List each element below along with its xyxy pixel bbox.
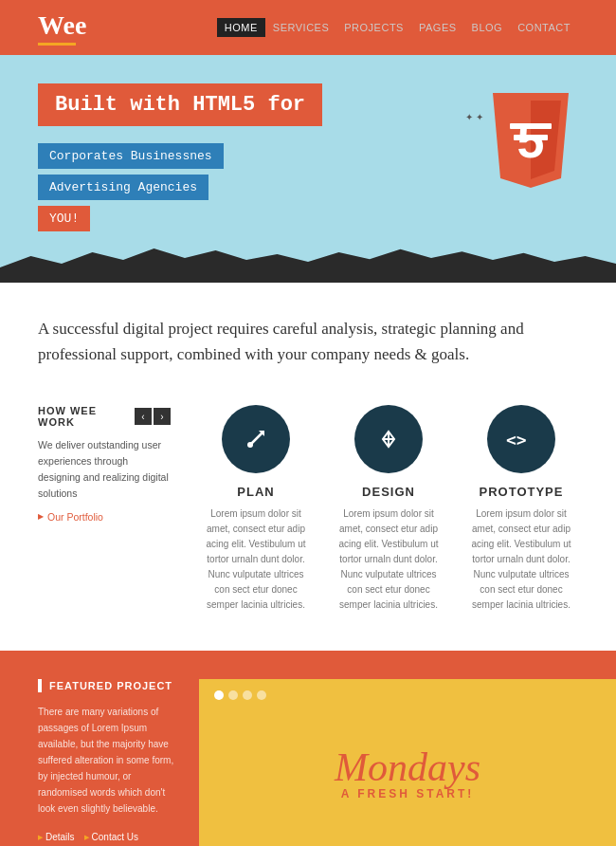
logo: Wee bbox=[38, 10, 86, 46]
html5-shield-icon: 5 bbox=[483, 93, 578, 197]
hero-tag-agencies[interactable]: Advertising Agencies bbox=[38, 175, 208, 200]
design-card-title: DESIGN bbox=[332, 485, 445, 499]
dot-3[interactable] bbox=[243, 690, 252, 700]
prototype-card-text: Lorem ipsum dolor sit amet, consect etur… bbox=[464, 506, 578, 613]
project-subtitle: A FRESH START! bbox=[341, 787, 475, 800]
hero-ground bbox=[0, 245, 616, 283]
how-title-label: HOW WEE WORK bbox=[38, 405, 129, 428]
nav-home[interactable]: HOME bbox=[217, 18, 265, 37]
hero-section: Built with HTML5 for Corporates Business… bbox=[0, 55, 616, 283]
nav-blog[interactable]: BLOG bbox=[464, 18, 511, 37]
plan-card-text: Lorem ipsum dolor sit amet, consect etur… bbox=[199, 506, 313, 613]
header: Wee HOME SERVICES PROJECTS PAGES BLOG CO… bbox=[0, 0, 616, 55]
how-left-panel: HOW WEE WORK ‹ › We deliver outstanding … bbox=[38, 405, 171, 613]
hero-title: Built with HTML5 for bbox=[38, 83, 322, 126]
featured-contact-link[interactable]: Contact Us bbox=[84, 832, 138, 842]
featured-left-panel: FEATURED PROJECT There are many variatio… bbox=[0, 679, 199, 846]
prev-arrow-button[interactable]: ‹ bbox=[135, 408, 152, 425]
dot-1[interactable] bbox=[214, 690, 224, 700]
nav-contact[interactable]: CONTACT bbox=[510, 18, 578, 37]
hero-tags: Corporates Businessnes Advertising Agenc… bbox=[38, 143, 483, 231]
hero-left: Built with HTML5 for Corporates Business… bbox=[38, 83, 483, 231]
dot-2[interactable] bbox=[228, 690, 238, 700]
svg-text:<>: <> bbox=[506, 430, 527, 450]
plan-card-title: PLAN bbox=[199, 485, 313, 499]
how-arrows: ‹ › bbox=[135, 408, 171, 425]
next-arrow-button[interactable]: › bbox=[154, 408, 171, 425]
how-cards: PLAN Lorem ipsum dolor sit amet, consect… bbox=[199, 405, 578, 613]
hero-tag-you[interactable]: YOU! bbox=[38, 206, 90, 231]
design-card: DESIGN Lorem ipsum dolor sit amet, conse… bbox=[332, 405, 445, 613]
plan-card: PLAN Lorem ipsum dolor sit amet, consect… bbox=[199, 405, 313, 613]
svg-rect-4 bbox=[514, 135, 548, 140]
portfolio-link[interactable]: Our Portfolio bbox=[38, 511, 171, 523]
how-section: HOW WEE WORK ‹ › We deliver outstanding … bbox=[0, 395, 616, 651]
nav-projects[interactable]: PROJECTS bbox=[336, 18, 411, 37]
plan-icon bbox=[222, 405, 290, 473]
how-description: We deliver outstanding user experiences … bbox=[38, 437, 171, 501]
birds-decoration: ✦ ✦ bbox=[465, 112, 483, 122]
project-name: Mondays bbox=[335, 747, 480, 787]
hero-tag-corporates[interactable]: Corporates Businessnes bbox=[38, 143, 224, 169]
nav-pages[interactable]: PAGES bbox=[411, 18, 464, 37]
design-icon bbox=[354, 405, 423, 473]
tagline-text: A successful digital project requires ca… bbox=[38, 316, 531, 367]
featured-section: FEATURED PROJECT There are many variatio… bbox=[0, 651, 616, 846]
prototype-card: <> PROTOTYPE Lorem ipsum dolor sit amet,… bbox=[464, 405, 578, 613]
carousel-dots bbox=[214, 690, 266, 700]
design-card-text: Lorem ipsum dolor sit amet, consect etur… bbox=[332, 506, 445, 613]
dot-4[interactable] bbox=[257, 690, 266, 700]
prototype-card-title: PROTOTYPE bbox=[464, 485, 578, 499]
featured-links: Details Contact Us bbox=[38, 832, 180, 842]
featured-details-link[interactable]: Details bbox=[38, 832, 75, 842]
featured-project-display: Mondays A FRESH START! bbox=[199, 679, 616, 846]
nav-services[interactable]: SERVICES bbox=[265, 18, 336, 37]
svg-point-6 bbox=[247, 442, 253, 448]
featured-description: There are many variations of passages of… bbox=[38, 704, 180, 817]
how-title-row: HOW WEE WORK ‹ › bbox=[38, 405, 171, 428]
tagline-section: A successful digital project requires ca… bbox=[0, 283, 616, 395]
featured-label: FEATURED PROJECT bbox=[38, 679, 180, 692]
prototype-icon: <> bbox=[487, 405, 555, 473]
svg-rect-3 bbox=[510, 123, 552, 129]
main-nav: HOME SERVICES PROJECTS PAGES BLOG CONTAC… bbox=[217, 18, 578, 37]
